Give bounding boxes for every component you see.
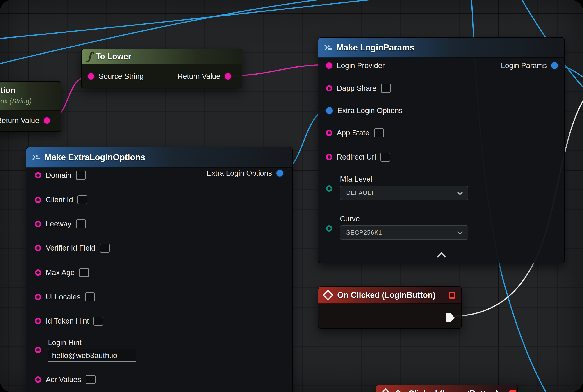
make-struct-icon <box>32 154 40 160</box>
exec-output-pin[interactable] <box>446 313 454 322</box>
pin-label: Login Params <box>501 61 547 70</box>
verifier-id-field-pin[interactable] <box>35 245 41 251</box>
domain-pin[interactable] <box>35 172 41 178</box>
screenshot-frame: tion ox (String) Return Value ƒ To Lower… <box>0 0 583 392</box>
leeway-checkbox[interactable] <box>76 220 86 228</box>
login-hint-input[interactable] <box>48 349 136 362</box>
pin-label: Curve <box>340 214 468 223</box>
node-to-lower[interactable]: ƒ To Lower Source String Return Value <box>81 49 242 88</box>
acr-values-pin[interactable] <box>35 376 41 383</box>
pin-label: Extra Login Options <box>206 169 272 178</box>
pin-label: Max Age <box>46 268 74 277</box>
chevron-down-icon <box>457 229 463 234</box>
pin-label: Verifier Id Field <box>46 244 95 252</box>
pin-row-redirect-url: Redirect Url <box>326 152 390 162</box>
id-token-hint-pin[interactable] <box>35 318 41 324</box>
return-value-pin[interactable] <box>44 117 50 124</box>
node-header: On Clicked (LogoutButton) <box>376 385 517 392</box>
node-header: Make ExtraLoginOptions <box>26 147 292 168</box>
node-title: Make ExtraLoginOptions <box>44 152 145 162</box>
chevron-down-icon <box>457 189 463 195</box>
pin-label: Return Value <box>178 72 220 81</box>
node-on-clicked-login-button[interactable]: On Clicked (LoginButton) <box>318 286 462 329</box>
domain-checkbox[interactable] <box>76 171 86 180</box>
pin-label: Id Token Hint <box>46 317 89 325</box>
pin-row-app-state: App State <box>326 128 384 138</box>
blueprint-canvas[interactable]: tion ox (String) Return Value ƒ To Lower… <box>0 0 583 392</box>
pin-label: Dapp Share <box>337 84 376 92</box>
pin-row-client-id: Client Id <box>35 194 88 205</box>
dapp-share-checkbox[interactable] <box>381 84 391 93</box>
collapse-node-chevron[interactable] <box>437 252 446 261</box>
pin-row-domain: Domain <box>35 170 86 181</box>
client-id-checkbox[interactable] <box>78 195 88 204</box>
mfa-level-dropdown[interactable]: DEFAULT <box>340 186 468 200</box>
dapp-share-pin[interactable] <box>326 85 332 92</box>
delegate-output-pin[interactable] <box>449 292 456 298</box>
node-title: To Lower <box>96 52 131 61</box>
pin-row-id-token-hint: Id Token Hint <box>35 316 104 326</box>
node-title: On Clicked (LoginButton) <box>337 290 436 300</box>
verifier-id-field-checkbox[interactable] <box>100 244 110 252</box>
extra-login-options-output-pin[interactable] <box>276 170 283 177</box>
app-state-pin[interactable] <box>326 130 332 136</box>
login-provider-pin[interactable] <box>326 62 332 69</box>
function-icon: ƒ <box>88 52 92 62</box>
pin-row-acr-values: Acr Values <box>35 374 96 385</box>
make-struct-icon <box>324 44 332 51</box>
max-age-checkbox[interactable] <box>79 268 89 277</box>
mfa-level-pin[interactable] <box>326 186 332 192</box>
ui-locales-pin[interactable] <box>35 294 41 300</box>
pin-label: App State <box>337 129 370 137</box>
curve-pin[interactable] <box>326 225 332 232</box>
pin-row-leeway: Leeway <box>35 218 86 229</box>
pin-row-return-value: Return Value <box>178 71 231 82</box>
event-icon <box>322 290 334 300</box>
pin-label: Mfa Level <box>340 175 468 184</box>
node-title: On Clicked (LogoutButton) <box>395 389 498 392</box>
leeway-pin[interactable] <box>35 221 41 227</box>
node-make-extra-login-options[interactable]: Make ExtraLoginOptions Extra Login Optio… <box>26 147 293 392</box>
login-params-output-pin[interactable] <box>551 62 558 69</box>
app-state-checkbox[interactable] <box>374 128 384 138</box>
node-header: On Clicked (LoginButton) <box>318 287 461 304</box>
acr-values-checkbox[interactable] <box>86 375 96 384</box>
pin-block-curve: Curve SECP256K1 <box>340 214 468 240</box>
pin-row-ui-locales: Ui Locales <box>35 292 95 302</box>
return-value-pin[interactable] <box>225 73 231 80</box>
dropdown-value: DEFAULT <box>346 190 374 196</box>
node-make-login-params[interactable]: Make LoginParams Login Params Login Prov… <box>318 37 565 263</box>
source-string-pin[interactable] <box>88 73 94 80</box>
pin-label: Login Hint <box>48 338 136 347</box>
redirect-url-checkbox[interactable] <box>380 152 390 162</box>
pin-block-login-hint: Login Hint <box>48 338 136 362</box>
node-subtitle-fragment: ox (String) <box>0 97 32 105</box>
login-hint-pin[interactable] <box>35 347 41 353</box>
pin-row-return-value: Return Value <box>0 115 50 126</box>
node-title-fragment: tion <box>0 86 15 95</box>
pin-label: Redirect Url <box>337 153 376 161</box>
pin-row-max-age: Max Age <box>35 267 89 278</box>
pin-label: Leeway <box>46 220 72 228</box>
pin-row-source-string: Source String <box>88 71 144 82</box>
curve-dropdown[interactable]: SECP256K1 <box>340 225 468 240</box>
pin-row-login-params-out: Login Params <box>501 60 558 71</box>
node-get-text-partial[interactable]: tion ox (String) Return Value <box>0 81 62 132</box>
client-id-pin[interactable] <box>35 197 41 203</box>
pin-label: Login Provider <box>337 61 385 70</box>
pin-label: Client Id <box>46 196 73 204</box>
pin-label: Source String <box>99 72 144 81</box>
pin-block-mfa-level: Mfa Level DEFAULT <box>340 175 468 200</box>
max-age-pin[interactable] <box>35 270 41 276</box>
pin-row-exec-out <box>446 312 454 323</box>
pin-row-dapp-share: Dapp Share <box>326 83 391 94</box>
id-token-hint-checkbox[interactable] <box>94 316 104 326</box>
ui-locales-checkbox[interactable] <box>85 292 95 302</box>
pin-row-verifier-id-field: Verifier Id Field <box>35 243 110 254</box>
extra-login-options-input-pin[interactable] <box>326 107 333 114</box>
event-icon <box>380 388 391 392</box>
node-title: Make LoginParams <box>336 43 414 52</box>
node-on-clicked-logout-button[interactable]: On Clicked (LogoutButton) <box>376 385 518 392</box>
delegate-output-pin[interactable] <box>509 390 516 392</box>
redirect-url-pin[interactable] <box>326 154 332 160</box>
